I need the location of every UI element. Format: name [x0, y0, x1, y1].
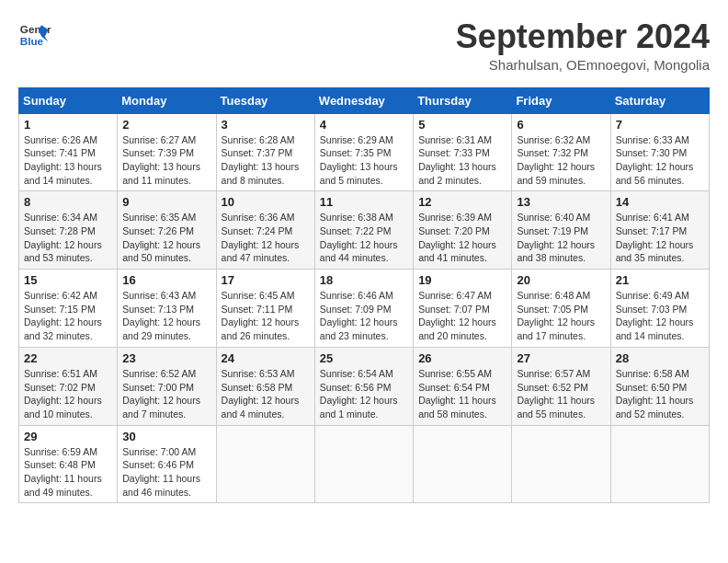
day-info: Sunrise: 6:49 AM Sunset: 7:03 PM Dayligh…: [616, 289, 704, 343]
day-info: Sunrise: 6:47 AM Sunset: 7:07 PM Dayligh…: [418, 289, 506, 343]
day-info: Sunrise: 6:42 AM Sunset: 7:15 PM Dayligh…: [24, 289, 112, 343]
day-info: Sunrise: 6:48 AM Sunset: 7:05 PM Dayligh…: [517, 289, 605, 343]
calendar-cell: 30Sunrise: 7:00 AM Sunset: 6:46 PM Dayli…: [118, 425, 216, 503]
calendar-cell: [414, 425, 512, 503]
day-number: 9: [122, 195, 210, 209]
day-number: 6: [517, 118, 605, 132]
day-info: Sunrise: 6:54 AM Sunset: 6:56 PM Dayligh…: [320, 367, 408, 421]
weekday-header-row: SundayMondayTuesdayWednesdayThursdayFrid…: [19, 87, 710, 113]
calendar-cell: 14Sunrise: 6:41 AM Sunset: 7:17 PM Dayli…: [610, 191, 709, 270]
calendar-cell: [216, 425, 314, 503]
day-info: Sunrise: 6:40 AM Sunset: 7:19 PM Dayligh…: [517, 211, 605, 265]
day-number: 22: [24, 351, 112, 365]
day-info: Sunrise: 6:53 AM Sunset: 6:58 PM Dayligh…: [222, 367, 310, 421]
calendar-cell: 28Sunrise: 6:58 AM Sunset: 6:50 PM Dayli…: [610, 347, 709, 425]
location: Sharhulsan, OEmnoegovi, Mongolia: [456, 57, 710, 73]
day-info: Sunrise: 6:57 AM Sunset: 6:52 PM Dayligh…: [517, 367, 605, 421]
day-info: Sunrise: 6:41 AM Sunset: 7:17 PM Dayligh…: [616, 211, 704, 265]
day-info: Sunrise: 6:43 AM Sunset: 7:13 PM Dayligh…: [122, 289, 210, 343]
day-info: Sunrise: 6:35 AM Sunset: 7:26 PM Dayligh…: [122, 211, 210, 265]
calendar-cell: 23Sunrise: 6:52 AM Sunset: 7:00 PM Dayli…: [118, 347, 216, 425]
calendar-week-row: 29Sunrise: 6:59 AM Sunset: 6:48 PM Dayli…: [19, 425, 710, 503]
day-number: 24: [222, 351, 310, 365]
day-info: Sunrise: 7:00 AM Sunset: 6:46 PM Dayligh…: [122, 445, 210, 500]
calendar-week-row: 1Sunrise: 6:26 AM Sunset: 7:41 PM Daylig…: [19, 113, 710, 191]
day-info: Sunrise: 6:33 AM Sunset: 7:30 PM Dayligh…: [616, 133, 704, 188]
weekday-header-friday: Friday: [512, 87, 610, 113]
page-header: General Blue September 2024 Sharhulsan, …: [18, 18, 710, 73]
calendar-cell: 7Sunrise: 6:33 AM Sunset: 7:30 PM Daylig…: [610, 113, 709, 191]
calendar-cell: 6Sunrise: 6:32 AM Sunset: 7:32 PM Daylig…: [512, 113, 610, 191]
weekday-header-thursday: Thursday: [414, 87, 512, 113]
day-number: 13: [517, 195, 605, 209]
day-info: Sunrise: 6:45 AM Sunset: 7:11 PM Dayligh…: [222, 289, 310, 343]
day-info: Sunrise: 6:55 AM Sunset: 6:54 PM Dayligh…: [418, 367, 506, 421]
day-number: 2: [122, 118, 210, 132]
day-number: 10: [222, 195, 310, 209]
calendar-cell: [610, 425, 709, 503]
calendar-week-row: 22Sunrise: 6:51 AM Sunset: 7:02 PM Dayli…: [19, 347, 710, 425]
day-number: 29: [24, 430, 112, 443]
day-info: Sunrise: 6:34 AM Sunset: 7:28 PM Dayligh…: [24, 211, 112, 265]
calendar-cell: 21Sunrise: 6:49 AM Sunset: 7:03 PM Dayli…: [610, 270, 709, 348]
calendar-cell: 16Sunrise: 6:43 AM Sunset: 7:13 PM Dayli…: [118, 270, 216, 348]
day-number: 16: [122, 273, 210, 287]
day-number: 4: [320, 118, 408, 132]
day-number: 15: [24, 273, 112, 287]
day-info: Sunrise: 6:58 AM Sunset: 6:50 PM Dayligh…: [616, 367, 704, 421]
day-number: 28: [616, 351, 704, 365]
day-number: 5: [418, 118, 506, 132]
day-number: 25: [320, 351, 408, 365]
calendar-cell: 11Sunrise: 6:38 AM Sunset: 7:22 PM Dayli…: [314, 191, 413, 270]
day-info: Sunrise: 6:39 AM Sunset: 7:20 PM Dayligh…: [418, 211, 506, 265]
day-info: Sunrise: 6:51 AM Sunset: 7:02 PM Dayligh…: [24, 367, 112, 421]
calendar-cell: 24Sunrise: 6:53 AM Sunset: 6:58 PM Dayli…: [216, 347, 314, 425]
calendar-cell: 2Sunrise: 6:27 AM Sunset: 7:39 PM Daylig…: [118, 113, 216, 191]
day-info: Sunrise: 6:46 AM Sunset: 7:09 PM Dayligh…: [320, 289, 408, 343]
day-number: 18: [320, 273, 408, 287]
day-info: Sunrise: 6:31 AM Sunset: 7:33 PM Dayligh…: [418, 133, 506, 188]
calendar-cell: 17Sunrise: 6:45 AM Sunset: 7:11 PM Dayli…: [216, 270, 314, 348]
day-number: 1: [24, 118, 112, 132]
calendar-cell: 27Sunrise: 6:57 AM Sunset: 6:52 PM Dayli…: [512, 347, 610, 425]
calendar-week-row: 15Sunrise: 6:42 AM Sunset: 7:15 PM Dayli…: [19, 270, 710, 348]
calendar-cell: 20Sunrise: 6:48 AM Sunset: 7:05 PM Dayli…: [512, 270, 610, 348]
day-number: 3: [222, 118, 310, 132]
svg-text:Blue: Blue: [20, 35, 44, 47]
calendar-cell: 25Sunrise: 6:54 AM Sunset: 6:56 PM Dayli…: [314, 347, 413, 425]
calendar-cell: 19Sunrise: 6:47 AM Sunset: 7:07 PM Dayli…: [414, 270, 512, 348]
day-number: 21: [616, 273, 704, 287]
calendar-cell: 18Sunrise: 6:46 AM Sunset: 7:09 PM Dayli…: [314, 270, 413, 348]
month-title: September 2024: [456, 18, 710, 55]
day-info: Sunrise: 6:32 AM Sunset: 7:32 PM Dayligh…: [517, 133, 605, 188]
day-number: 30: [122, 430, 210, 443]
day-info: Sunrise: 6:38 AM Sunset: 7:22 PM Dayligh…: [320, 211, 408, 265]
title-block: September 2024 Sharhulsan, OEmnoegovi, M…: [456, 18, 710, 73]
day-number: 27: [517, 351, 605, 365]
calendar-cell: 9Sunrise: 6:35 AM Sunset: 7:26 PM Daylig…: [118, 191, 216, 270]
calendar-cell: 26Sunrise: 6:55 AM Sunset: 6:54 PM Dayli…: [414, 347, 512, 425]
calendar-cell: [512, 425, 610, 503]
weekday-header-monday: Monday: [118, 87, 216, 113]
calendar-cell: 29Sunrise: 6:59 AM Sunset: 6:48 PM Dayli…: [19, 425, 118, 503]
day-info: Sunrise: 6:52 AM Sunset: 7:00 PM Dayligh…: [122, 367, 210, 421]
calendar-cell: 15Sunrise: 6:42 AM Sunset: 7:15 PM Dayli…: [19, 270, 118, 348]
calendar-cell: 13Sunrise: 6:40 AM Sunset: 7:19 PM Dayli…: [512, 191, 610, 270]
day-info: Sunrise: 6:28 AM Sunset: 7:37 PM Dayligh…: [222, 133, 310, 188]
calendar-cell: 4Sunrise: 6:29 AM Sunset: 7:35 PM Daylig…: [314, 113, 413, 191]
calendar-cell: 8Sunrise: 6:34 AM Sunset: 7:28 PM Daylig…: [19, 191, 118, 270]
day-number: 19: [418, 273, 506, 287]
weekday-header-sunday: Sunday: [19, 87, 118, 113]
day-number: 20: [517, 273, 605, 287]
weekday-header-saturday: Saturday: [610, 87, 709, 113]
day-number: 12: [418, 195, 506, 209]
calendar-cell: 5Sunrise: 6:31 AM Sunset: 7:33 PM Daylig…: [414, 113, 512, 191]
calendar-cell: 12Sunrise: 6:39 AM Sunset: 7:20 PM Dayli…: [414, 191, 512, 270]
day-number: 23: [122, 351, 210, 365]
weekday-header-tuesday: Tuesday: [216, 87, 314, 113]
day-info: Sunrise: 6:26 AM Sunset: 7:41 PM Dayligh…: [24, 133, 112, 188]
calendar-week-row: 8Sunrise: 6:34 AM Sunset: 7:28 PM Daylig…: [19, 191, 710, 270]
day-info: Sunrise: 6:29 AM Sunset: 7:35 PM Dayligh…: [320, 133, 408, 188]
day-number: 17: [222, 273, 310, 287]
weekday-header-wednesday: Wednesday: [314, 87, 413, 113]
